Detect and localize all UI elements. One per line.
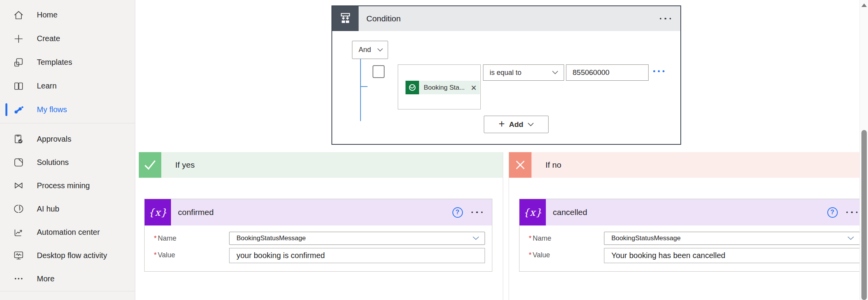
condition-card: Condition And [331, 5, 681, 145]
condition-title: Condition [366, 14, 401, 23]
cancelled-action-header[interactable]: {x} cancelled ? [519, 199, 867, 225]
sidebar-item-more[interactable]: More [0, 267, 135, 290]
action-overflow-menu[interactable] [471, 212, 483, 213]
plus-icon: + [499, 119, 505, 129]
help-icon[interactable]: ? [827, 207, 838, 218]
sidebar-divider [0, 123, 135, 123]
active-indicator [5, 103, 7, 116]
action-overflow-menu[interactable] [846, 212, 858, 213]
confirmed-action-card: {x} confirmed ? *Name BookingStatusMessa… [144, 199, 492, 272]
dataverse-icon [406, 81, 419, 94]
sidebar-item-label: Automation center [37, 228, 100, 237]
scrollbar-thumb[interactable] [861, 130, 867, 300]
sidebar-item-label: Process mining [37, 181, 90, 190]
chip-close-icon[interactable]: ✕ [471, 83, 477, 92]
sidebar-item-desktop-flow-activity[interactable]: Desktop flow activity [0, 244, 135, 267]
name-field-label: *Name [154, 234, 176, 243]
sidebar-item-label: Templates [37, 58, 72, 67]
name-value: BookingStatusMessage [236, 234, 306, 242]
value-input[interactable]: Your booking has been cancelled [604, 248, 860, 263]
action-title: cancelled [553, 208, 587, 217]
solutions-icon [13, 156, 24, 168]
desktop-flow-icon [13, 250, 24, 261]
comparison-value-input[interactable]: 855060000 [566, 64, 649, 81]
if-yes-header: If yes [139, 152, 503, 178]
sidebar-item-label: Create [37, 34, 60, 43]
name-value: BookingStatusMessage [611, 234, 681, 242]
learn-icon [13, 80, 24, 92]
comparison-value: 855060000 [573, 68, 609, 77]
sidebar-item-label: Learn [37, 82, 57, 90]
value-text: Your booking has been cancelled [611, 251, 725, 260]
chevron-down-icon [552, 71, 558, 75]
value-input[interactable]: your booking is confirmed [229, 248, 485, 263]
plus-icon [13, 33, 24, 45]
if-no-header: If no [509, 152, 868, 178]
name-dropdown[interactable]: BookingStatusMessage [604, 232, 860, 245]
sidebar-item-create[interactable]: Create [0, 27, 135, 50]
add-condition-button[interactable]: + Add [484, 116, 549, 133]
sidebar-item-process-mining[interactable]: Process mining [0, 174, 135, 197]
process-mining-icon [13, 180, 24, 191]
sidebar-item-label: Desktop flow activity [37, 251, 107, 260]
sidebar-item-label: Approvals [37, 135, 71, 144]
sidebar-item-solutions[interactable]: Solutions [0, 151, 135, 174]
condition-row-checkbox[interactable] [373, 65, 385, 78]
name-dropdown[interactable]: BookingStatusMessage [229, 232, 485, 245]
condition-header[interactable]: Condition [332, 6, 680, 31]
chevron-down-icon [528, 123, 534, 127]
sidebar-bottom-divider [0, 291, 135, 291]
if-yes-branch: If yes {x} confirmed ? *Name BookingStat… [139, 152, 503, 300]
required-marker: * [154, 251, 157, 259]
sidebar-item-learn[interactable]: Learn [0, 74, 135, 98]
sidebar-item-templates[interactable]: Templates [0, 50, 135, 74]
if-no-branch: If no {x} cancelled ? *Name BookingStatu… [509, 152, 868, 300]
sidebar-item-my-flows[interactable]: My flows [0, 98, 135, 121]
condition-overflow-menu[interactable] [660, 18, 671, 20]
flow-designer-canvas: Home Create Templates Learn [0, 0, 868, 300]
required-marker: * [529, 234, 531, 242]
confirmed-action-header[interactable]: {x} confirmed ? [145, 199, 492, 225]
sidebar-item-automation-center[interactable]: Automation center [0, 220, 135, 244]
sidebar-item-approvals[interactable]: Approvals [0, 127, 135, 151]
cross-icon [509, 152, 531, 178]
value-text: your booking is confirmed [236, 251, 325, 260]
operator-dropdown[interactable]: is equal to [483, 64, 564, 81]
dynamic-content-chip[interactable]: Booking Sta... ✕ [406, 81, 480, 94]
logic-operator-value: And [359, 46, 371, 54]
sidebar-item-label: More [37, 274, 55, 283]
value-field-label: *Value [529, 251, 550, 259]
chevron-down-icon [847, 236, 854, 240]
if-no-label: If no [545, 160, 561, 170]
sidebar-item-home[interactable]: Home [0, 3, 135, 27]
condition-body: And Booking Sta... ✕ [332, 31, 680, 144]
condition-operand-field[interactable]: Booking Sta... ✕ [398, 64, 481, 109]
check-icon [139, 152, 161, 178]
if-yes-bar: If yes [161, 152, 503, 178]
sidebar-item-ai-hub[interactable]: AI hub [0, 197, 135, 220]
vertical-scrollbar[interactable] [859, 0, 868, 300]
chip-label: Booking Sta... [424, 84, 465, 92]
templates-icon [13, 57, 24, 68]
add-button-label: Add [509, 120, 523, 129]
action-body: *Name BookingStatusMessage *Value your b… [145, 225, 492, 271]
if-no-bar: If no [531, 152, 868, 178]
chevron-down-icon [473, 236, 479, 240]
logic-operator-dropdown[interactable]: And [352, 41, 388, 59]
cancelled-action-card: {x} cancelled ? *Name BookingStatusMessa… [519, 199, 867, 272]
name-field-label: *Name [529, 234, 551, 243]
condition-branch-icon [332, 6, 359, 31]
sidebar-item-label: AI hub [37, 205, 59, 213]
approvals-icon [13, 133, 24, 145]
condition-row-overflow-menu[interactable] [653, 70, 664, 72]
scroll-up-arrow-icon[interactable] [861, 3, 867, 7]
condition-row-connector [360, 86, 368, 87]
sidebar-item-label: Solutions [37, 158, 69, 167]
home-icon [13, 9, 24, 21]
chip-body: Booking Sta... ✕ [419, 81, 480, 94]
condition-group-connector [360, 59, 361, 121]
value-field-label: *Value [154, 251, 175, 259]
help-icon[interactable]: ? [452, 207, 463, 218]
operator-value: is equal to [490, 69, 521, 77]
ai-hub-icon [13, 203, 24, 215]
